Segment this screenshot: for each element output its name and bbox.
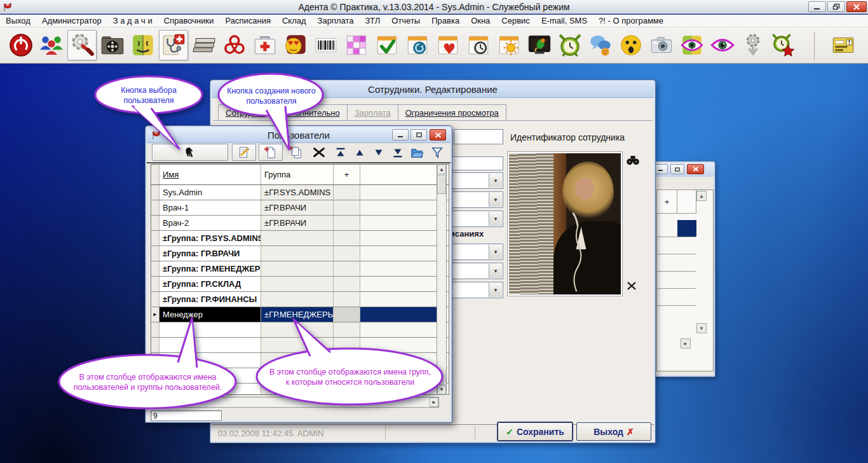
table-row[interactable]: ±Группа: ГР.ВРАЧИ [151, 246, 449, 261]
cell-name[interactable]: ±Группа: ГР.МЕНЕДЖЕРЫ [159, 261, 261, 276]
cell-name[interactable]: ±Группа: ГР.ФИНАНСЫ [159, 292, 261, 307]
menu-item[interactable]: Выход [0, 15, 36, 27]
cell-plus[interactable] [334, 216, 360, 230]
tv-parrot-icon[interactable] [525, 30, 554, 60]
cell-plus[interactable] [334, 231, 360, 245]
restore-button[interactable] [827, 1, 845, 12]
gear-down-icon[interactable] [738, 30, 768, 60]
calendar-clock-icon[interactable] [464, 30, 493, 60]
cell-empty[interactable] [360, 200, 440, 215]
text-field[interactable] [445, 156, 503, 170]
cell-name[interactable]: ±Группа: ГР.SYS.ADMINS [159, 231, 261, 245]
restore-button[interactable] [670, 164, 684, 174]
table-row[interactable]: ±Группа: ГР.МЕНЕДЖЕРЫ [151, 261, 449, 277]
cell-name[interactable]: Врач-2 [159, 216, 261, 230]
cell-empty[interactable] [360, 185, 440, 200]
menu-item[interactable]: ?! - О программе [593, 15, 669, 27]
menu-item[interactable]: Справочники [158, 15, 220, 27]
minimize-button[interactable] [654, 164, 668, 174]
table-row[interactable]: Врач-2±ГР.ВРАЧИ [151, 216, 449, 231]
table-row[interactable]: Sys.Admin±ГР.SYS.ADMINS [151, 185, 449, 200]
tab-ограничения-просмотра[interactable]: Ограничения просмотра [398, 104, 506, 121]
column-header-group[interactable]: Группа [261, 165, 334, 184]
restore-button[interactable] [410, 129, 427, 141]
cell-empty[interactable] [360, 261, 440, 276]
table-row[interactable]: ±Группа: ГР.SYS.ADMINS [151, 231, 449, 246]
table-row[interactable]: ±Группа: ГР.ФИНАНСЫ [151, 292, 449, 307]
cell-empty[interactable] [360, 292, 440, 307]
menu-item[interactable]: Окна [465, 15, 496, 27]
eye-icon[interactable] [708, 30, 737, 60]
cell-name[interactable]: Sys.Admin [159, 185, 261, 200]
cell-empty[interactable] [360, 231, 440, 245]
cell-plus[interactable] [334, 292, 360, 307]
cell-plus[interactable] [334, 200, 360, 215]
cell-plus[interactable] [334, 277, 360, 291]
combo-field[interactable]: ▼ [445, 211, 503, 227]
eye-finder-icon[interactable] [677, 30, 707, 60]
chevron-down-icon[interactable]: ▼ [489, 212, 502, 226]
cell-group[interactable] [261, 261, 334, 276]
cell-group[interactable]: ±ГР.SYS.ADMINS [261, 185, 334, 200]
alarm-clock-icon[interactable] [555, 30, 585, 60]
calendar-refresh-icon[interactable] [403, 30, 432, 60]
chevron-down-icon[interactable]: ▼ [489, 283, 502, 297]
users-group-icon[interactable] [37, 30, 66, 60]
calendar-check-icon[interactable] [372, 30, 402, 60]
cell-plus[interactable] [334, 246, 360, 261]
prev-record-button[interactable] [351, 144, 368, 161]
menu-item[interactable]: Правка [426, 15, 465, 27]
open-folder-button[interactable] [409, 144, 425, 161]
menu-item[interactable]: Расписания [219, 15, 276, 27]
barcode-icon[interactable] [311, 30, 341, 60]
scroll-right-button[interactable]: ► [681, 338, 691, 349]
cell-name[interactable]: ±Группа: ГР.СКЛАД [159, 277, 261, 291]
column-header-plus[interactable]: + [334, 165, 360, 184]
close-button[interactable] [846, 1, 867, 12]
combo-field[interactable]: ▼ [445, 244, 503, 260]
cell-group[interactable] [261, 246, 334, 261]
cell-plus[interactable] [334, 185, 360, 200]
calendar-sun-icon[interactable] [494, 30, 524, 60]
cell-group[interactable]: ±ГР.ВРАЧИ [261, 216, 334, 230]
firstaid-kit-icon[interactable] [250, 30, 280, 60]
employee-id-field[interactable] [454, 129, 503, 144]
row-selector[interactable] [151, 292, 159, 307]
power-icon[interactable] [6, 30, 36, 60]
cell-group[interactable] [261, 231, 334, 245]
selected-cell[interactable] [677, 220, 696, 237]
row-selector[interactable] [151, 185, 159, 200]
cell-name[interactable]: ±Группа: ГР.ВРАЧИ [159, 246, 261, 261]
row-selector[interactable] [151, 261, 159, 276]
menu-item[interactable]: ЗТЛ [360, 15, 386, 27]
menu-item[interactable]: Администратор [36, 15, 107, 27]
cell-group[interactable] [261, 292, 334, 307]
row-selector[interactable] [151, 216, 159, 230]
cell-empty[interactable] [360, 277, 440, 291]
next-record-button[interactable] [370, 144, 387, 161]
cell-empty[interactable] [360, 216, 440, 230]
exit-button[interactable]: Выход✗ [576, 422, 651, 441]
minimize-button[interactable] [808, 1, 826, 12]
combo-field[interactable]: ▼ [445, 191, 503, 208]
cell-group[interactable]: ±ГР.ВРАЧИ [261, 200, 334, 215]
combo-field[interactable]: ▼ [445, 263, 503, 279]
cell-name[interactable]: Врач-1 [159, 200, 261, 215]
face-hearts-icon[interactable]: ♥♥ [281, 30, 310, 60]
scroll-up-button[interactable]: ▲ [437, 165, 446, 174]
row-selector[interactable] [151, 200, 159, 215]
minimize-button[interactable] [392, 129, 409, 141]
plus-column-header[interactable]: + [656, 190, 677, 214]
settings-tools-icon[interactable] [67, 30, 97, 60]
row-selector[interactable] [151, 246, 159, 261]
last-record-button[interactable] [390, 144, 406, 161]
tab-зарплата[interactable]: Зарплата [348, 104, 398, 121]
chevron-down-icon[interactable]: ▼ [489, 264, 502, 278]
chevron-down-icon[interactable]: ▼ [489, 174, 502, 188]
column-header-empty[interactable] [360, 165, 440, 184]
books-stack-icon[interactable] [189, 30, 219, 60]
badge-note-icon[interactable]: ! [829, 30, 858, 60]
menu-item[interactable]: Склад [276, 15, 312, 27]
table-row[interactable]: ±Группа: ГР.СКЛАД [151, 277, 449, 292]
calendar-heart-icon[interactable]: ♥ [433, 30, 463, 60]
